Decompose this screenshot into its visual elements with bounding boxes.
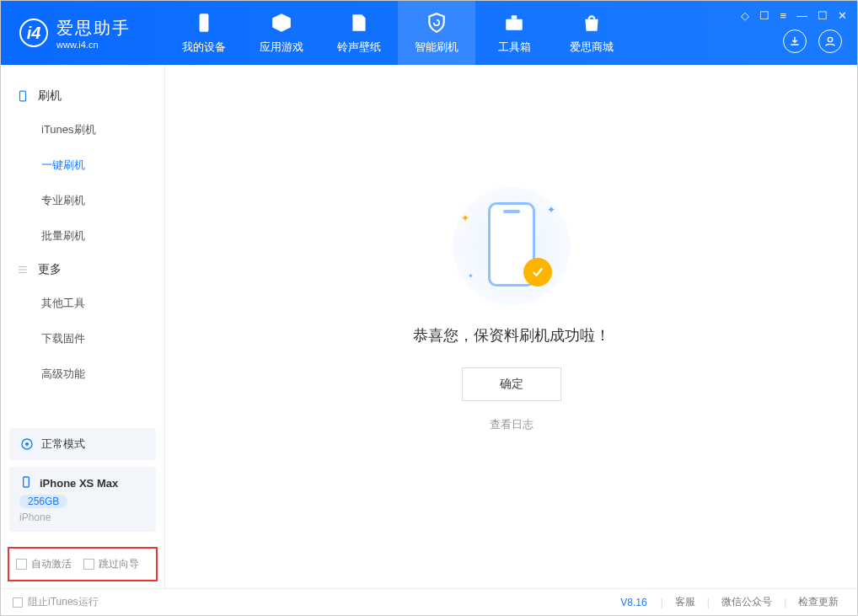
phone-small-icon — [19, 475, 33, 491]
device-capacity-badge: 256GB — [19, 495, 67, 508]
music-file-icon — [347, 11, 371, 35]
check-icon — [523, 258, 552, 287]
bag-icon — [580, 11, 603, 35]
svg-rect-4 — [20, 91, 26, 101]
sidebar-item-batch-flash[interactable]: 批量刷机 — [1, 218, 164, 254]
tab-label: 铃声壁纸 — [337, 40, 381, 55]
tab-label: 爱思商城 — [570, 40, 614, 55]
tab-my-device[interactable]: 我的设备 — [165, 1, 243, 65]
sidebar-section-flash: 刷机 — [1, 80, 164, 112]
menu-icon[interactable]: ≡ — [780, 9, 786, 22]
section-label: 更多 — [38, 262, 62, 277]
briefcase-icon — [502, 11, 526, 35]
sidebar-item-pro-flash[interactable]: 专业刷机 — [1, 183, 164, 218]
refresh-shield-icon — [425, 11, 448, 35]
success-illustration: ✦ ✦ ✦ — [453, 187, 571, 305]
titlebar-controls: ◇ ☐ ≡ — ☐ ✕ — [741, 9, 847, 22]
flash-options-box: 自动激活 跳过向导 — [8, 547, 158, 581]
tab-smart-flash[interactable]: 智能刷机 — [398, 1, 475, 65]
feedback-icon[interactable]: ☐ — [759, 9, 770, 22]
checkbox-skip-guide[interactable]: 跳过向导 — [83, 557, 139, 571]
checkbox-block-itunes[interactable]: 阻止iTunes运行 — [13, 595, 99, 609]
checkbox-icon — [16, 559, 27, 570]
sidebar-item-onekey-flash[interactable]: 一键刷机 — [1, 147, 164, 183]
wechat-link[interactable]: 微信公众号 — [715, 595, 779, 609]
device-info-card[interactable]: iPhone XS Max 256GB iPhone — [9, 467, 156, 532]
tab-toolbox[interactable]: 工具箱 — [475, 1, 553, 65]
minimize-button[interactable]: — — [796, 9, 807, 22]
tab-apps-games[interactable]: 应用游戏 — [243, 1, 320, 65]
tab-label: 工具箱 — [498, 40, 531, 55]
checkbox-icon — [83, 559, 94, 570]
support-link[interactable]: 客服 — [668, 595, 702, 609]
checkbox-icon — [13, 597, 23, 608]
svg-rect-2 — [512, 15, 517, 19]
device-mode-card[interactable]: 正常模式 — [9, 428, 156, 460]
check-update-link[interactable]: 检查更新 — [791, 595, 845, 609]
svg-rect-1 — [506, 19, 523, 30]
sidebar: 刷机 iTunes刷机 一键刷机 专业刷机 批量刷机 更多 其他工具 下载固件 … — [1, 65, 165, 588]
phone-outline-icon — [16, 89, 29, 103]
status-icon — [19, 437, 35, 452]
success-message: 恭喜您，保资料刷机成功啦！ — [413, 325, 610, 345]
sidebar-item-download-firmware[interactable]: 下载固件 — [1, 321, 164, 356]
version-label: V8.16 — [620, 597, 646, 608]
svg-point-3 — [828, 37, 832, 41]
logo-icon: i4 — [19, 19, 48, 47]
phone-icon — [192, 11, 216, 35]
sidebar-section-more: 更多 — [1, 254, 164, 286]
tab-ringtone-wallpaper[interactable]: 铃声壁纸 — [320, 1, 398, 65]
svg-rect-7 — [24, 477, 29, 487]
tab-store[interactable]: 爱思商城 — [553, 1, 630, 65]
sidebar-item-itunes-flash[interactable]: iTunes刷机 — [1, 112, 164, 147]
svg-rect-0 — [200, 13, 209, 32]
close-button[interactable]: ✕ — [838, 9, 847, 22]
user-icon — [823, 35, 837, 48]
tab-label: 智能刷机 — [415, 40, 458, 55]
cube-icon — [270, 11, 293, 35]
section-label: 刷机 — [38, 88, 62, 104]
checkbox-label: 跳过向导 — [99, 557, 139, 571]
sidebar-item-other-tools[interactable]: 其他工具 — [1, 286, 164, 321]
checkbox-label: 阻止iTunes运行 — [28, 595, 99, 609]
main-content: ✦ ✦ ✦ 恭喜您，保资料刷机成功啦！ 确定 查看日志 — [165, 65, 857, 588]
main-tabs: 我的设备 应用游戏 铃声壁纸 智能刷机 工具箱 爱思商城 — [165, 1, 630, 65]
device-mode-label: 正常模式 — [41, 437, 85, 452]
download-icon — [788, 35, 802, 48]
svg-point-6 — [25, 442, 29, 446]
checkbox-label: 自动激活 — [31, 557, 72, 571]
header-actions — [783, 29, 842, 53]
device-type: iPhone — [19, 512, 146, 523]
app-title: 爱思助手 — [56, 17, 131, 40]
ok-button[interactable]: 确定 — [462, 367, 561, 401]
device-name: iPhone XS Max — [40, 477, 118, 490]
account-button[interactable] — [818, 29, 842, 53]
logo: i4 爱思助手 www.i4.cn — [1, 17, 165, 50]
tab-label: 应用游戏 — [260, 40, 303, 55]
list-icon — [16, 263, 29, 276]
view-log-link[interactable]: 查看日志 — [490, 418, 534, 431]
device-panel: 正常模式 iPhone XS Max 256GB iPhone — [1, 428, 164, 540]
sidebar-item-advanced[interactable]: 高级功能 — [1, 356, 164, 392]
tab-label: 我的设备 — [182, 40, 226, 55]
checkbox-auto-activate[interactable]: 自动激活 — [16, 557, 72, 571]
flash-result: ✦ ✦ ✦ 恭喜您，保资料刷机成功啦！ 确定 查看日志 — [413, 187, 610, 432]
app-subtitle: www.i4.cn — [56, 40, 131, 50]
download-button[interactable] — [783, 29, 807, 53]
status-bar: 阻止iTunes运行 V8.16 | 客服 | 微信公众号 | 检查更新 — [1, 588, 857, 615]
maximize-button[interactable]: ☐ — [818, 9, 828, 22]
header: i4 爱思助手 www.i4.cn 我的设备 应用游戏 铃声壁纸 智能刷机 工具… — [1, 1, 857, 65]
theme-icon[interactable]: ◇ — [741, 9, 749, 22]
